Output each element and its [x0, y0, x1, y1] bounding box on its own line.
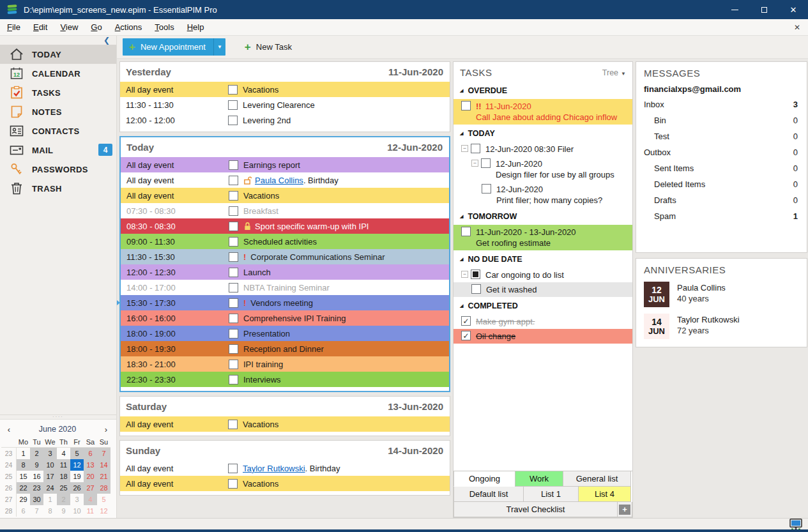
- task-item[interactable]: Oil change: [454, 329, 632, 344]
- event-checkbox[interactable]: [228, 464, 238, 473]
- minical-day[interactable]: 5: [70, 448, 84, 459]
- menu-tools[interactable]: Tools: [148, 22, 180, 32]
- minical-day[interactable]: 3: [70, 494, 84, 505]
- event-row[interactable]: All day eventTaylor Rutkowski. Birthday: [120, 460, 450, 476]
- minical-day[interactable]: 24: [43, 482, 57, 494]
- tab-list-1[interactable]: List 1: [523, 487, 579, 502]
- minical-day[interactable]: 8: [17, 459, 30, 471]
- menu-file[interactable]: File: [0, 22, 27, 32]
- minical-day[interactable]: 3: [43, 448, 57, 459]
- event-checkbox[interactable]: [228, 100, 238, 110]
- mail-folder-drafts[interactable]: Drafts0: [636, 192, 807, 208]
- minical-day[interactable]: 1: [17, 448, 30, 459]
- task-checkbox[interactable]: [471, 270, 480, 279]
- event-row[interactable]: 12:00 - 12:00Levering 2nd: [120, 112, 450, 128]
- sidebar-item-mail[interactable]: MAIL4: [0, 141, 116, 160]
- minical-day[interactable]: 9: [57, 505, 70, 517]
- minical-day[interactable]: 9: [30, 459, 43, 471]
- close-button[interactable]: ✕: [779, 0, 808, 19]
- event-row[interactable]: All day eventEarnings report: [121, 157, 449, 172]
- minical-day[interactable]: 28: [97, 482, 111, 494]
- add-list-button[interactable]: +: [617, 502, 632, 517]
- task-item[interactable]: −12-Jun-2020 08:30 Filer: [454, 142, 632, 156]
- mail-folder-sent-items[interactable]: Sent Items0: [636, 160, 807, 176]
- event-row[interactable]: All day eventPaula Collins. Birthday: [121, 172, 449, 188]
- minimize-button[interactable]: [720, 0, 749, 19]
- minical-day[interactable]: 27: [84, 482, 97, 494]
- anniversary-item[interactable]: 12JUNPaula Collins40 years: [636, 278, 807, 310]
- minical-day[interactable]: 4: [84, 494, 97, 505]
- task-item[interactable]: 11-Jun-2020 - 13-Jun-2020Get roofing est…: [454, 225, 632, 250]
- minical-day[interactable]: 23: [30, 482, 43, 494]
- minical-day[interactable]: 2: [57, 494, 70, 505]
- minical-day[interactable]: 17: [43, 471, 57, 482]
- mail-folder-bin[interactable]: Bin0: [636, 112, 807, 128]
- event-checkbox[interactable]: [229, 252, 238, 262]
- minical-day[interactable]: 12: [70, 459, 84, 471]
- minical-day[interactable]: 19: [70, 471, 84, 482]
- minical-day[interactable]: 6: [84, 448, 97, 459]
- tab-general-list[interactable]: General list: [563, 471, 631, 487]
- task-checkbox[interactable]: [481, 158, 491, 168]
- tab-ongoing[interactable]: Ongoing: [454, 471, 515, 487]
- sidebar-item-passwords[interactable]: PASSWORDS: [0, 160, 116, 179]
- minical-day[interactable]: 4: [57, 448, 70, 459]
- tree-view-dropdown[interactable]: Tree▼: [602, 68, 626, 77]
- contact-link[interactable]: Paula Collins: [255, 176, 303, 185]
- minical-prev-icon[interactable]: ‹: [1, 425, 17, 434]
- event-row[interactable]: 18:00 - 19:00Presentation: [121, 326, 449, 341]
- event-checkbox[interactable]: [229, 191, 238, 201]
- event-row[interactable]: 08:30 - 08:30Sport specific warm-up with…: [121, 218, 449, 234]
- task-item[interactable]: Get it washed: [454, 282, 632, 297]
- task-section-overdue[interactable]: ◢OVERDUE: [454, 82, 632, 99]
- anniversary-item[interactable]: 14JUNTaylor Rutkowski72 years: [636, 310, 807, 342]
- task-item[interactable]: −Car ongoing to do list: [454, 268, 632, 282]
- menu-view[interactable]: View: [54, 22, 84, 32]
- sidebar-item-today[interactable]: TODAY: [0, 45, 116, 64]
- mail-folder-inbox[interactable]: Inbox3: [636, 96, 807, 112]
- task-item[interactable]: −12-Jun-2020Design filer for use by all …: [454, 156, 632, 182]
- task-section-no-due-date[interactable]: ◢NO DUE DATE: [454, 250, 632, 268]
- event-checkbox[interactable]: [229, 298, 238, 308]
- event-row[interactable]: 18:30 - 21:00IPI training: [121, 356, 449, 372]
- event-row[interactable]: All day eventVacations: [120, 416, 450, 432]
- minical-day[interactable]: 11: [84, 505, 97, 517]
- task-checkbox[interactable]: [461, 331, 471, 340]
- event-row[interactable]: 15:30 - 17:30!Vendors meeting: [121, 295, 449, 310]
- minical-day[interactable]: 2: [30, 448, 43, 459]
- task-section-completed[interactable]: ◢COMPLETED: [454, 297, 632, 314]
- event-checkbox[interactable]: [229, 344, 238, 354]
- event-row[interactable]: 12:00 - 12:30Launch: [121, 264, 449, 280]
- sidebar-item-calendar[interactable]: 12CALENDAR: [0, 64, 116, 83]
- event-row[interactable]: 22:30 - 23:30Interviews: [121, 372, 449, 387]
- sidebar-collapse-icon[interactable]: ❮: [103, 36, 116, 45]
- minical-day[interactable]: 1: [43, 494, 57, 505]
- minical-day[interactable]: 30: [30, 494, 43, 505]
- minical-day[interactable]: 10: [43, 459, 57, 471]
- maximize-button[interactable]: [749, 0, 779, 19]
- minical-day[interactable]: 10: [70, 505, 84, 517]
- minical-day[interactable]: 26: [70, 482, 84, 494]
- new-task-button[interactable]: + New Task: [238, 38, 298, 56]
- task-checkbox[interactable]: [471, 284, 481, 294]
- mail-folder-deleted-items[interactable]: Deleted Items0: [636, 176, 807, 192]
- menu-actions[interactable]: Actions: [109, 22, 149, 32]
- event-checkbox[interactable]: [228, 116, 238, 125]
- tab-work[interactable]: Work: [515, 471, 563, 487]
- event-checkbox[interactable]: [228, 85, 238, 95]
- event-row[interactable]: 09:00 - 11:30Scheduled activities: [121, 234, 449, 249]
- event-row[interactable]: 07:30 - 08:30Breakfast: [121, 203, 449, 218]
- sidebar-item-contacts[interactable]: CONTACTS: [0, 121, 116, 141]
- minical-day[interactable]: 25: [57, 482, 70, 494]
- tab-travel-checklist[interactable]: Travel Checklist: [454, 502, 618, 517]
- tab-list-4[interactable]: List 4: [578, 487, 631, 502]
- minical-day[interactable]: 7: [30, 505, 43, 517]
- event-row[interactable]: 11:30 - 11:30Levering Clearence: [120, 97, 450, 112]
- minical-day[interactable]: 22: [17, 482, 30, 494]
- splitter-handle[interactable]: ····: [0, 414, 116, 419]
- minical-day[interactable]: 11: [57, 459, 70, 471]
- event-checkbox[interactable]: [229, 375, 238, 384]
- minical-day[interactable]: 13: [84, 459, 97, 471]
- mail-folder-spam[interactable]: Spam1: [636, 208, 807, 224]
- event-row[interactable]: 14:00 - 17:00NBTA Training Seminar: [121, 280, 449, 295]
